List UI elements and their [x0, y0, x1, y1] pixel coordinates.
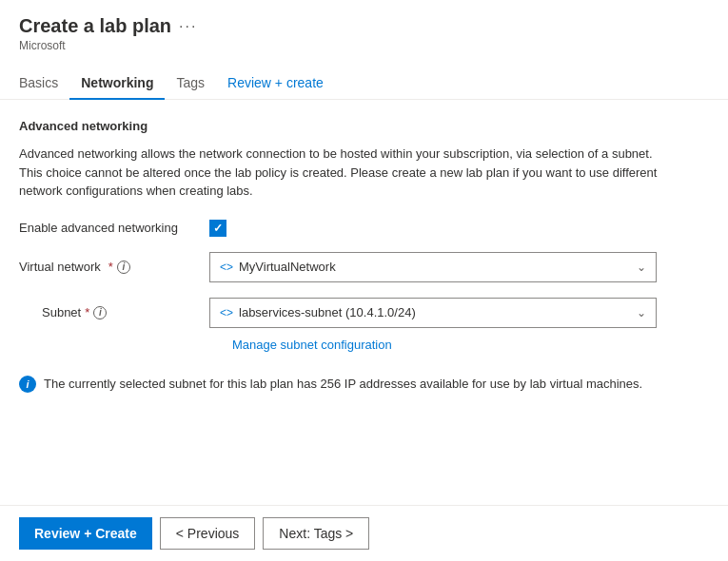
virtual-network-value: MyVirtualNetwork: [239, 260, 336, 274]
manage-link-wrapper: Manage subnet configuration: [19, 334, 709, 352]
subnet-row-inner: Subnet * i <> labservices-subnet (10.4.1…: [19, 298, 709, 328]
tabs-nav: Basics Networking Tags Review + create: [0, 68, 728, 100]
tab-review-create[interactable]: Review + create: [216, 68, 335, 100]
subnet-dropdown-wrapper: <> labservices-subnet (10.4.1.0/24) ⌄: [209, 298, 657, 328]
subnet-info-icon[interactable]: i: [93, 306, 107, 319]
subnet-label-wrapper: Subnet * i: [19, 305, 209, 319]
tab-networking[interactable]: Networking: [69, 68, 165, 100]
checkbox-checked[interactable]: [209, 220, 226, 237]
enable-networking-checkbox[interactable]: [209, 220, 226, 237]
manage-subnet-link[interactable]: Manage subnet configuration: [232, 338, 392, 352]
network-icon: <>: [220, 261, 233, 274]
enable-networking-label: Enable advanced networking: [19, 221, 209, 235]
subnet-dropdown[interactable]: <> labservices-subnet (10.4.1.0/24) ⌄: [209, 298, 657, 328]
subnet-label: Subnet: [42, 305, 81, 319]
info-banner-icon: i: [19, 376, 36, 393]
enable-networking-row: Enable advanced networking: [19, 220, 709, 237]
content-area: Advanced networking Advanced networking …: [0, 100, 728, 505]
next-button[interactable]: Next: Tags >: [263, 517, 369, 550]
virtual-network-dropdown-wrapper: <> MyVirtualNetwork ⌄: [209, 252, 657, 282]
section-title: Advanced networking: [19, 119, 709, 133]
virtual-network-dropdown[interactable]: <> MyVirtualNetwork ⌄: [209, 252, 657, 282]
tab-tags[interactable]: Tags: [165, 68, 216, 100]
subnet-dropdown-chevron-icon: ⌄: [637, 306, 646, 319]
page-title: Create a lab plan: [19, 15, 171, 37]
subnet-section: Subnet * i <> labservices-subnet (10.4.1…: [19, 298, 709, 352]
info-banner: i The currently selected subnet for this…: [19, 367, 685, 401]
dropdown-chevron-icon: ⌄: [637, 261, 646, 274]
virtual-network-row: Virtual network * i <> MyVirtualNetwork …: [19, 252, 709, 282]
section-description: Advanced networking allows the network c…: [19, 145, 666, 201]
tab-basics[interactable]: Basics: [19, 68, 69, 100]
previous-button[interactable]: < Previous: [160, 517, 256, 550]
info-banner-text: The currently selected subnet for this l…: [44, 375, 642, 394]
review-create-button[interactable]: Review + Create: [19, 517, 152, 550]
more-options-icon[interactable]: ···: [179, 18, 197, 35]
subnet-value: labservices-subnet (10.4.1.0/24): [239, 305, 416, 319]
virtual-network-label: Virtual network * i: [19, 260, 209, 274]
virtual-network-info-icon[interactable]: i: [117, 261, 130, 274]
footer: Review + Create < Previous Next: Tags >: [0, 505, 728, 561]
page-subtitle: Microsoft: [19, 39, 709, 52]
subnet-network-icon: <>: [220, 306, 233, 319]
